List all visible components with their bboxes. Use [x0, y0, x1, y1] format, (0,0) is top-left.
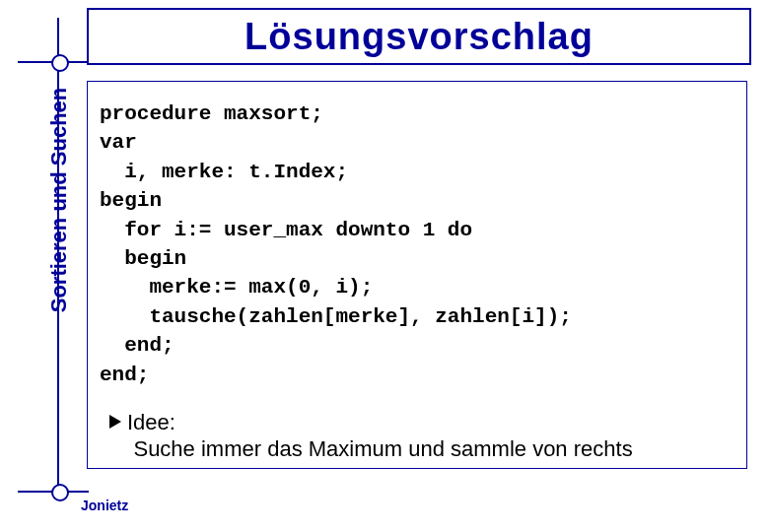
slide-title: Lösungsvorschlag [245, 16, 594, 58]
idea-text: Suche immer das Maximum und sammle von r… [133, 436, 632, 461]
idea-label: Idee: [127, 410, 175, 434]
sidebar-label: Sortieren und Suchen [46, 82, 72, 318]
idea-block: Idee: Suche immer das Maximum und sammle… [100, 409, 734, 463]
bullet-arrow-icon [109, 415, 121, 429]
code-listing: procedure maxsort; var i, merke: t.Index… [100, 100, 734, 389]
footer-author: Jonietz [81, 498, 128, 513]
decorative-dot-bottom [51, 484, 69, 501]
decorative-dot-top [51, 54, 69, 72]
content-box: procedure maxsort; var i, merke: t.Index… [87, 81, 747, 469]
title-box: Lösungsvorschlag [87, 8, 751, 65]
